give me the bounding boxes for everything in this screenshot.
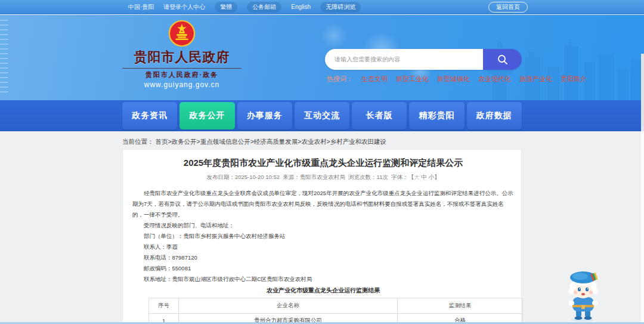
article-body: 经贵阳市农业产业化市级重点龙头企业联席会议成员单位审定，现对2025年开展的农业… bbox=[132, 188, 514, 285]
monitoring-result-table: 序号 企业名称 监测结果 1 贵州合力超市采购有限公司 合格 2 贵州友禾种业有… bbox=[148, 298, 523, 324]
contact-address-line: 联系地址：贵阳市观山湖区市级行政中心二期C区贵阳市农业农村局 bbox=[132, 274, 514, 285]
views-value: 11次 bbox=[377, 174, 388, 180]
link-traditional-chinese[interactable]: 繁體 bbox=[215, 2, 237, 13]
publish-date: 2025-10-20 10:52 bbox=[235, 174, 280, 180]
article-title: 2025年度贵阳市农业产业化市级重点龙头企业运行监测和评定结果公示 bbox=[132, 157, 514, 169]
publish-date-label: 发布日期： bbox=[206, 174, 235, 180]
result-table-caption: 农业产业化市级重点龙头企业运行监测结果 bbox=[132, 286, 514, 295]
hot-word-6[interactable]: 贵阳简介 bbox=[561, 75, 587, 84]
link-login-personal-center[interactable]: 请登录个人中心 bbox=[163, 3, 205, 11]
top-utility-links: 中国·贵阳 请登录个人中心 繁體 公务邮箱 English 无障碍浏览 bbox=[128, 2, 361, 13]
table-header-row: 序号 企业名称 监测结果 bbox=[149, 298, 523, 314]
hot-word-2[interactable]: 新型工业化 bbox=[396, 75, 429, 84]
nav-item-hudong-jiaoliu[interactable]: 互动交流 bbox=[295, 102, 349, 129]
page: 中国·贵阳 请登录个人中心 繁體 公务邮箱 English 无障碍浏览 返回首页 bbox=[0, 0, 644, 324]
search-bar bbox=[325, 49, 522, 70]
contact-intro-line: 受理情况反映的部门、电话和地址： bbox=[132, 220, 514, 231]
nav-item-zhangzheban[interactable]: 长者版 bbox=[352, 102, 407, 129]
contact-department-line: 部门（单位）：贵阳市乡村振兴服务中心农村经济服务站 bbox=[132, 231, 514, 242]
nav-item-zhengwu-zixun[interactable]: 政务资讯 bbox=[122, 102, 177, 129]
source-value: 贵阳市农业农村局 bbox=[300, 174, 345, 180]
nav-item-zhengwu-gongkai[interactable]: 政务公开 bbox=[179, 102, 234, 129]
header-cell-result: 监测结果 bbox=[397, 298, 522, 314]
site-logo[interactable]: 贵阳市人民政府 贵阳市人民政府·政务 www.guiyang.gov.cn bbox=[122, 20, 242, 89]
hot-search-row: 热搜词： 生态文明 新型工业化 新型城镇化 农业现代化 旅游产业化 贵阳简介 bbox=[327, 75, 587, 84]
mascot-assistant[interactable] bbox=[562, 270, 604, 324]
font-size-bracket-close: 】 bbox=[434, 174, 440, 180]
hot-word-5[interactable]: 旅游产业化 bbox=[519, 75, 552, 84]
scrollbar-track[interactable] bbox=[641, 54, 644, 324]
header-banner: 贵阳市人民政府 贵阳市人民政府·政务 www.guiyang.gov.cn 热搜… bbox=[0, 15, 644, 100]
hot-word-4[interactable]: 农业现代化 bbox=[478, 75, 511, 84]
site-subtitle: 贵阳市人民政府·政务 bbox=[122, 68, 242, 79]
header-cell-company: 企业名称 bbox=[179, 298, 398, 314]
contact-phone-line: 联系电话：87987120 bbox=[132, 252, 514, 263]
source-label: 来源： bbox=[283, 174, 300, 180]
header-cell-no: 序号 bbox=[149, 298, 179, 314]
mascot-icon bbox=[562, 270, 604, 322]
top-utility-bar: 中国·贵阳 请登录个人中心 繁體 公务邮箱 English 无障碍浏览 返回首页 bbox=[0, 0, 644, 14]
nav-item-banshi-fuwu[interactable]: 办事服务 bbox=[237, 102, 292, 129]
breadcrumb-path[interactable]: 首页>政务公开>重点领域信息公开>经济高质量发展>农业农村>乡村产业和农田建设 bbox=[155, 138, 386, 145]
search-input[interactable] bbox=[325, 49, 483, 70]
hot-search-label: 热搜词： bbox=[327, 75, 353, 84]
banner-stripe-decoration bbox=[0, 20, 8, 96]
article-paragraph: 经贵阳市农业产业化市级重点龙头企业联席会议成员单位审定，现对2025年开展的农业… bbox=[132, 188, 514, 220]
font-size-large[interactable]: 大 bbox=[414, 174, 420, 180]
return-home-button[interactable]: 返回首页 bbox=[488, 2, 528, 13]
link-china-guiyang[interactable]: 中国·贵阳 bbox=[128, 3, 154, 11]
nav-item-jingcai-guiyang[interactable]: 精彩贵阳 bbox=[409, 102, 464, 129]
article-meta: 发布日期：2025-10-20 10:52 来源：贵阳市农业农村局 浏览次数：1… bbox=[132, 174, 514, 181]
hot-word-3[interactable]: 新型城镇化 bbox=[437, 75, 470, 84]
contact-person-line: 联系人：李霞 bbox=[132, 242, 514, 252]
main-nav: 政务资讯 政务公开 办事服务 互动交流 长者版 精彩贵阳 政府数据 bbox=[0, 100, 644, 131]
link-english[interactable]: English bbox=[291, 4, 311, 10]
breadcrumb-label: 当前位置： bbox=[122, 138, 154, 145]
font-size-small[interactable]: 小 bbox=[429, 174, 435, 180]
search-button[interactable] bbox=[483, 49, 522, 70]
nav-item-zhengfu-shuju[interactable]: 政府数据 bbox=[467, 102, 522, 129]
national-emblem-icon bbox=[168, 20, 196, 47]
link-accessibility[interactable]: 无障碍浏览 bbox=[320, 2, 361, 13]
site-url: www.guiyang.gov.cn bbox=[122, 81, 242, 89]
scrollbar-thumb[interactable] bbox=[641, 54, 644, 125]
contact-postcode-line: 邮政编码：550081 bbox=[132, 263, 514, 274]
article-card: 2025年度贵阳市农业产业化市级重点龙头企业运行监测和评定结果公示 发布日期：2… bbox=[122, 149, 522, 324]
site-title: 贵阳市人民政府 bbox=[122, 48, 242, 66]
font-size-medium[interactable]: 中 bbox=[421, 174, 427, 180]
font-size-label: 字体：【 bbox=[391, 174, 414, 180]
link-official-mail[interactable]: 公务邮箱 bbox=[247, 2, 281, 13]
search-icon bbox=[497, 54, 509, 66]
hot-word-1[interactable]: 生态文明 bbox=[361, 75, 388, 84]
breadcrumb: 当前位置： 首页>政务公开>重点领域信息公开>经济高质量发展>农业农村>乡村产业… bbox=[122, 138, 386, 146]
views-label: 浏览次数： bbox=[348, 174, 377, 180]
